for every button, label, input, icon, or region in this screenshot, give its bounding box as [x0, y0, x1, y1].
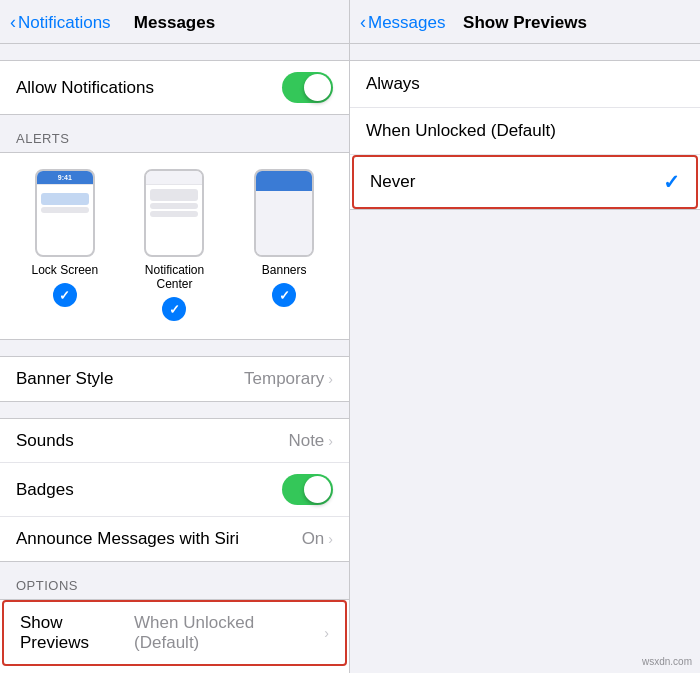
banner-style-group: Banner Style Temporary › — [0, 356, 349, 402]
banners-label: Banners — [262, 263, 307, 277]
notification-grouping-row[interactable]: Notification Grouping Automatic › — [0, 666, 349, 673]
announce-row[interactable]: Announce Messages with Siri On › — [0, 517, 349, 561]
lock-screen-alert-item[interactable]: 9:41 Lock Screen — [20, 169, 110, 321]
watermark: wsxdn.com — [642, 656, 692, 667]
show-previews-options-group: Always When Unlocked (Default) Never ✓ — [350, 60, 700, 210]
right-back-chevron-icon: ‹ — [360, 12, 366, 33]
badges-label: Badges — [16, 480, 74, 500]
left-nav-bar: ‹ Notifications Messages — [0, 0, 349, 44]
notifications-back-button[interactable]: ‹ Notifications — [10, 12, 111, 33]
lockscreen-notif-bar — [41, 193, 89, 205]
when-unlocked-option-label: When Unlocked (Default) — [366, 121, 556, 141]
banner-style-row[interactable]: Banner Style Temporary › — [0, 357, 349, 401]
notif-center-status-bar — [146, 171, 202, 185]
badges-toggle[interactable] — [282, 474, 333, 505]
banner-body — [256, 191, 312, 255]
notif-center-bar2 — [150, 203, 198, 209]
badges-row[interactable]: Badges — [0, 463, 349, 517]
banner-strip — [256, 171, 312, 191]
never-checkmark-icon: ✓ — [663, 170, 680, 194]
right-panel: ‹ Messages Show Previews Always When Unl… — [350, 0, 700, 673]
right-nav-bar: ‹ Messages Show Previews — [350, 0, 700, 44]
lock-screen-check[interactable] — [53, 283, 77, 307]
show-previews-value-container: When Unlocked (Default) › — [134, 613, 329, 653]
sounds-value-container: Note › — [288, 431, 333, 451]
right-scroll-content: Always When Unlocked (Default) Never ✓ — [350, 44, 700, 673]
banner-style-value: Temporary — [244, 369, 324, 389]
banner-style-chevron-icon: › — [328, 371, 333, 387]
always-option-label: Always — [366, 74, 420, 94]
alerts-icons-container: 9:41 Lock Screen Notification C — [10, 169, 339, 321]
announce-value-container: On › — [302, 529, 333, 549]
alerts-icons-group: 9:41 Lock Screen Notification C — [0, 152, 349, 340]
back-chevron-icon: ‹ — [10, 12, 16, 33]
sounds-chevron-icon: › — [328, 433, 333, 449]
allow-notifications-row[interactable]: Allow Notifications — [0, 61, 349, 114]
notif-center-bar1 — [150, 189, 198, 201]
show-previews-row[interactable]: Show Previews When Unlocked (Default) › — [2, 600, 347, 666]
right-nav-title: Show Previews — [463, 13, 587, 33]
banner-style-value-container: Temporary › — [244, 369, 333, 389]
show-previews-label: Show Previews — [20, 613, 134, 653]
announce-chevron-icon: › — [328, 531, 333, 547]
notification-center-check[interactable] — [162, 297, 186, 321]
lockscreen-notif-content — [41, 207, 89, 213]
notification-center-mockup — [144, 169, 204, 257]
announce-label: Announce Messages with Siri — [16, 529, 239, 549]
announce-value: On — [302, 529, 325, 549]
sounds-row[interactable]: Sounds Note › — [0, 419, 349, 463]
show-previews-chevron-icon: › — [324, 625, 329, 641]
notification-center-label: Notification Center — [129, 263, 219, 291]
alerts-section-header: ALERTS — [0, 115, 349, 152]
always-option-row[interactable]: Always — [350, 61, 700, 108]
never-option-row[interactable]: Never ✓ — [352, 155, 698, 209]
banners-alert-item[interactable]: Banners — [239, 169, 329, 321]
notif-center-bar3 — [150, 211, 198, 217]
left-scroll-content: Allow Notifications ALERTS 9:41 Lock Scr… — [0, 44, 349, 673]
lock-screen-label: Lock Screen — [31, 263, 98, 277]
banner-style-label: Banner Style — [16, 369, 113, 389]
banners-check[interactable] — [272, 283, 296, 307]
when-unlocked-option-row[interactable]: When Unlocked (Default) — [350, 108, 700, 155]
lockscreen-status-bar: 9:41 — [37, 171, 93, 185]
options-section-header: OPTIONS — [0, 562, 349, 599]
sounds-group: Sounds Note › Badges Announce Messages w… — [0, 418, 349, 562]
sounds-value: Note — [288, 431, 324, 451]
options-group: Show Previews When Unlocked (Default) › … — [0, 599, 349, 673]
allow-notifications-toggle[interactable] — [282, 72, 333, 103]
notification-center-alert-item[interactable]: Notification Center — [129, 169, 219, 321]
sounds-label: Sounds — [16, 431, 74, 451]
messages-back-button[interactable]: ‹ Messages — [360, 12, 445, 33]
allow-notifications-label: Allow Notifications — [16, 78, 154, 98]
never-option-label: Never — [370, 172, 415, 192]
left-nav-title: Messages — [134, 13, 215, 33]
allow-notifications-group: Allow Notifications — [0, 60, 349, 115]
left-panel: ‹ Notifications Messages Allow Notificat… — [0, 0, 350, 673]
back-label: Notifications — [18, 13, 111, 33]
lock-screen-mockup: 9:41 — [35, 169, 95, 257]
show-previews-value: When Unlocked (Default) — [134, 613, 320, 653]
banners-mockup — [254, 169, 314, 257]
right-back-label: Messages — [368, 13, 445, 33]
